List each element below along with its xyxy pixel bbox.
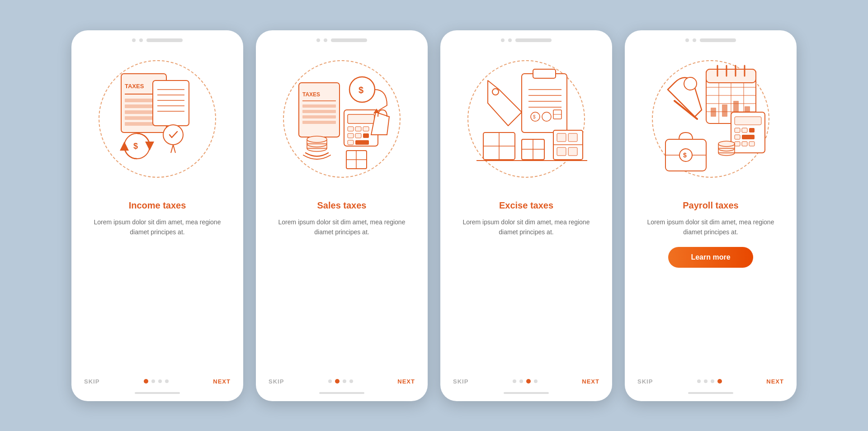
- sales-taxes-illustration: TAXES $: [278, 56, 405, 182]
- phone-topbar-3: [440, 30, 612, 47]
- dot-1-4: [165, 379, 169, 383]
- card-payroll-taxes: $ Payroll taxes Lorem ipsum dolor sit di…: [625, 30, 797, 401]
- svg-rect-96: [742, 142, 747, 146]
- nav-row-2: SKIP NEXT: [267, 378, 417, 385]
- svg-rect-22: [302, 104, 336, 108]
- svg-rect-95: [735, 142, 740, 146]
- svg-rect-30: [363, 127, 369, 131]
- dot-1-2: [151, 379, 155, 383]
- phone-topbar-1: [71, 30, 243, 47]
- svg-line-99: [675, 101, 697, 119]
- svg-point-108: [718, 141, 735, 147]
- bottom-bar-1: [135, 392, 180, 394]
- svg-rect-31: [348, 133, 354, 138]
- payroll-taxes-title: Payroll taxes: [683, 200, 738, 211]
- phone-bar: [515, 38, 552, 42]
- svg-point-46: [492, 89, 499, 95]
- phone-dot: [316, 38, 320, 42]
- card-income-taxes: TAXES: [71, 30, 243, 401]
- dot-4-1: [697, 379, 701, 383]
- svg-rect-27: [348, 114, 374, 123]
- bottom-bar-3: [504, 392, 549, 394]
- sales-taxes-title: Sales taxes: [317, 200, 367, 211]
- svg-point-55: [542, 112, 551, 121]
- card-sales-taxes: TAXES $: [256, 30, 428, 401]
- svg-rect-90: [735, 128, 740, 133]
- excise-taxes-description: Lorem ipsum dolor sit dim amet, mea regi…: [454, 217, 599, 237]
- svg-rect-66: [557, 133, 566, 142]
- skip-button-2[interactable]: SKIP: [269, 378, 284, 385]
- svg-rect-92: [749, 128, 755, 133]
- phone-dot: [685, 38, 689, 42]
- svg-rect-33: [363, 133, 369, 138]
- svg-point-42: [307, 136, 327, 142]
- svg-rect-85: [722, 104, 727, 117]
- bottom-bar-2: [319, 392, 364, 394]
- dot-2-1: [328, 379, 332, 383]
- card-excise-taxes: $: [440, 30, 612, 401]
- svg-rect-69: [568, 147, 577, 156]
- bottom-bar-4: [688, 392, 733, 394]
- next-button-4[interactable]: NEXT: [766, 378, 784, 385]
- excise-taxes-title: Excise taxes: [499, 200, 553, 211]
- svg-rect-34: [348, 140, 354, 145]
- svg-rect-93: [735, 135, 740, 139]
- nav-row-1: SKIP NEXT: [82, 378, 232, 385]
- skip-button-3[interactable]: SKIP: [453, 378, 468, 385]
- dots-row-1: [144, 379, 169, 384]
- svg-rect-68: [557, 147, 566, 156]
- nav-row-3: SKIP NEXT: [451, 378, 601, 385]
- svg-rect-29: [355, 127, 361, 131]
- phone-topbar-2: [256, 30, 428, 47]
- svg-text:TAXES: TAXES: [302, 91, 320, 98]
- svg-text:$: $: [533, 114, 536, 119]
- svg-line-16: [173, 145, 175, 153]
- dots-row-3: [513, 379, 538, 384]
- dot-2-2: [335, 379, 340, 384]
- excise-taxes-illustration: $: [463, 56, 590, 182]
- phone-dot: [693, 38, 696, 42]
- dot-3-1: [513, 379, 516, 383]
- svg-rect-97: [749, 142, 755, 146]
- card-bottom-1: SKIP NEXT: [71, 378, 243, 401]
- phone-dot: [324, 38, 327, 42]
- skip-button-1[interactable]: SKIP: [84, 378, 99, 385]
- income-taxes-title: Income taxes: [129, 200, 186, 211]
- dot-4-3: [711, 379, 714, 383]
- next-button-1[interactable]: NEXT: [213, 378, 231, 385]
- svg-text:TAXES: TAXES: [125, 83, 144, 90]
- dots-row-4: [697, 379, 722, 384]
- svg-point-98: [684, 77, 697, 90]
- dot-3-2: [519, 379, 523, 383]
- phone-bar: [146, 38, 183, 42]
- dot-4-2: [704, 379, 708, 383]
- dot-1-3: [158, 379, 162, 383]
- learn-more-button[interactable]: Learn more: [668, 247, 753, 268]
- dot-1-1: [144, 379, 148, 384]
- svg-text:$: $: [683, 152, 687, 159]
- phone-dot: [501, 38, 505, 42]
- income-taxes-description: Lorem ipsum dolor sit dim amet, mea regi…: [85, 217, 230, 237]
- payroll-taxes-description: Lorem ipsum dolor sit dim amet, mea regi…: [638, 217, 783, 237]
- svg-rect-84: [711, 108, 716, 117]
- phone-dot: [132, 38, 136, 42]
- income-taxes-illustration: TAXES: [94, 56, 221, 182]
- dots-row-2: [328, 379, 353, 384]
- card-content-4: Payroll taxes Lorem ipsum dolor sit dim …: [625, 191, 797, 378]
- phone-bar: [331, 38, 367, 42]
- sales-taxes-description: Lorem ipsum dolor sit dim amet, mea regi…: [269, 217, 414, 237]
- card-bottom-4: SKIP NEXT: [625, 378, 797, 401]
- svg-rect-47: [522, 74, 567, 133]
- svg-rect-89: [735, 117, 761, 125]
- dot-2-4: [349, 379, 353, 383]
- card-bottom-2: SKIP NEXT: [256, 378, 428, 401]
- svg-rect-72: [706, 69, 756, 83]
- next-button-3[interactable]: NEXT: [582, 378, 599, 385]
- card-bottom-3: SKIP NEXT: [440, 378, 612, 401]
- next-button-2[interactable]: NEXT: [397, 378, 415, 385]
- svg-line-15: [171, 145, 173, 153]
- illustration-income: TAXES: [71, 47, 243, 191]
- phone-dot: [139, 38, 143, 42]
- skip-button-4[interactable]: SKIP: [637, 378, 653, 385]
- dot-2-3: [343, 379, 346, 383]
